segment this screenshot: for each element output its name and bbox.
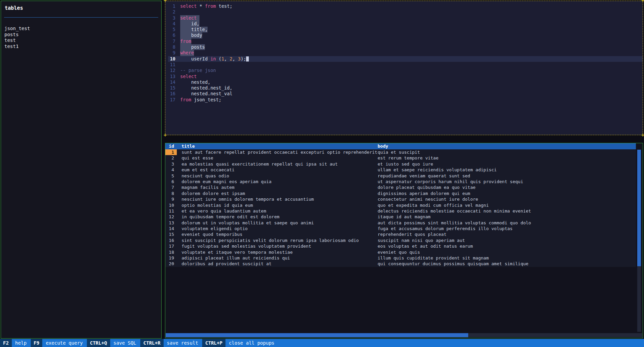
result-row[interactable]: 14voluptatem eligendi optiofuga et accus… — [165, 226, 636, 231]
cell-title: dolorum ut in voluptas mollitia et saepe… — [177, 220, 378, 226]
column-header-id[interactable]: id — [165, 143, 177, 149]
code-token-plain: ); — [241, 56, 246, 61]
statusbar-label[interactable]: save result — [164, 339, 202, 347]
result-row[interactable]: 2qui est esseest rerum tempore vitae — [165, 155, 636, 161]
result-row[interactable]: 16sint suscipit perspiciatis velit dolor… — [165, 238, 636, 243]
cell-id: 11 — [165, 208, 177, 214]
cell-id: 13 — [165, 220, 177, 226]
code-line[interactable]: 13select — [168, 74, 643, 79]
statusbar-label[interactable]: help — [12, 339, 31, 347]
cell-body: eveniet quo quis — [378, 249, 636, 255]
result-row[interactable]: 3ea molestias quasi exercitationem repel… — [165, 161, 636, 167]
cell-body: repudiandae veniam quaerat sunt sed — [378, 173, 636, 179]
code-line[interactable]: 14 nested, — [168, 79, 643, 85]
code-text: select — [180, 15, 199, 21]
line-number: 11 — [168, 62, 175, 68]
cell-id: 4 — [165, 167, 177, 173]
sql-editor-panel[interactable]: + + + + 1select * from test;23select 4 i… — [165, 1, 643, 135]
code-line[interactable]: 8 posts — [168, 44, 643, 50]
statusbar-key[interactable]: CTRL+P — [202, 339, 225, 347]
result-row[interactable]: 12in quibusdam tempore odit est doloremi… — [165, 214, 636, 220]
code-text: userId in (1, 2, 3); — [180, 56, 246, 62]
horizontal-scrollbar-thumb[interactable] — [166, 333, 468, 337]
results-rows: 1sunt aut facere repellat provident occa… — [165, 149, 636, 267]
statusbar-label[interactable]: close all popups — [225, 339, 279, 347]
cell-id: 3 — [165, 161, 177, 167]
cell-title: magnam facilis autem — [177, 184, 378, 190]
result-row[interactable]: 1sunt aut facere repellat provident occa… — [165, 149, 636, 155]
cell-title: in quibusdam tempore odit est dolorem — [177, 214, 378, 220]
code-text: nested.nest_val — [180, 91, 232, 97]
cell-title: sint suscipit perspiciatis velit dolorum… — [177, 238, 378, 243]
code-line[interactable]: 4 id, — [168, 21, 643, 27]
statusbar-key[interactable]: F9 — [31, 339, 43, 347]
code-line[interactable]: 10 userId in (1, 2, 3); — [168, 56, 643, 62]
vertical-scrollbar[interactable] — [637, 150, 641, 332]
editor-code: 1select * from test;23select 4 id,5 titl… — [165, 1, 643, 103]
code-token-plain: userId — [180, 56, 210, 61]
result-row[interactable]: 5nesciunt quas odiorepudiandae veniam qu… — [165, 173, 636, 179]
statusbar-key[interactable]: CTRL+R — [140, 339, 164, 347]
result-row[interactable]: 15eveniet quod temporibusreprehenderit q… — [165, 231, 636, 237]
column-header-title[interactable]: title — [177, 143, 378, 149]
cell-body: consectetur animi nesciunt iure dolore — [378, 196, 636, 202]
cell-body: quia et suscipit — [378, 149, 636, 155]
result-row[interactable]: 13dolorum ut in voluptas mollitia et sae… — [165, 220, 636, 226]
line-number: 14 — [168, 79, 175, 85]
result-row[interactable]: 18voluptate et itaque vero tempora moles… — [165, 249, 636, 255]
result-row[interactable]: 6dolorem eum magni eos aperiam quiaut as… — [165, 179, 636, 184]
code-text: from — [180, 39, 191, 44]
code-text: title, — [180, 27, 208, 32]
result-row[interactable]: 20doloribus ad provident suscipit atqui … — [165, 261, 636, 267]
result-row[interactable]: 19adipisci placeat illum aut reiciendis … — [165, 255, 636, 261]
code-text: select — [180, 74, 197, 79]
focus-border-corner: + — [164, 0, 167, 2]
code-token-kw: from — [180, 97, 191, 102]
result-row[interactable]: 10optio molestias id quia eumquo et expe… — [165, 202, 636, 208]
cell-body: est rerum tempore vitae — [378, 155, 636, 161]
table-list-item[interactable]: posts — [4, 32, 161, 38]
cell-body: eos voluptas et aut odit natus earum — [378, 243, 636, 249]
column-header-body[interactable]: body — [378, 143, 636, 149]
code-line[interactable]: 9where — [168, 50, 643, 56]
code-line[interactable]: 1select * from test; — [168, 3, 643, 9]
statusbar-label[interactable]: save SQL — [110, 339, 140, 347]
results-panel: id title body 1sunt aut facere repellat … — [165, 143, 643, 338]
table-list-item[interactable]: test — [4, 38, 161, 44]
result-row[interactable]: 17fugit voluptas sed molestias voluptate… — [165, 243, 636, 249]
code-line[interactable]: 2 — [168, 9, 643, 15]
table-list-item[interactable]: json_test — [4, 26, 161, 32]
code-line[interactable]: 15 nested.nest_id, — [168, 85, 643, 91]
code-line[interactable]: 11 — [168, 62, 643, 68]
vertical-scrollbar-thumb[interactable] — [637, 150, 641, 266]
code-token-plain: body — [180, 32, 202, 38]
result-row[interactable]: 11et ea vero quia laudantium autemdelect… — [165, 208, 636, 214]
statusbar-key[interactable]: F2 — [0, 339, 12, 347]
cell-body: quo et expedita modi cum officia vel mag… — [378, 202, 636, 208]
code-line[interactable]: 7from — [168, 39, 643, 44]
code-line[interactable]: 5 title, — [168, 27, 643, 32]
cell-title: dolorem eum magni eos aperiam quia — [177, 179, 378, 184]
statusbar-label[interactable]: execute query — [42, 339, 87, 347]
line-number: 5 — [168, 27, 175, 32]
horizontal-scrollbar[interactable] — [166, 333, 642, 337]
cell-title: nesciunt quas odio — [177, 173, 378, 179]
code-line[interactable]: 16 nested.nest_val — [168, 91, 643, 97]
result-row[interactable]: 7magnam facilis autemdolore placeat quib… — [165, 184, 636, 190]
cell-body: qui consequuntur ducimus possimus quisqu… — [378, 261, 636, 267]
table-list-item[interactable]: test1 — [4, 44, 161, 50]
statusbar-key[interactable]: CTRL+Q — [87, 339, 110, 347]
cell-body: itaque id aut magnam — [378, 214, 636, 220]
code-line[interactable]: 3select — [168, 15, 643, 21]
code-line[interactable]: 17from json_test; — [168, 97, 643, 103]
cell-title: optio molestias id quia eum — [177, 202, 378, 208]
result-row[interactable]: 4eum et est occaecatiullam et saepe reic… — [165, 167, 636, 173]
cell-title: dolorem dolore est ipsam — [177, 191, 378, 196]
code-line[interactable]: 6 body — [168, 32, 643, 38]
cell-id: 12 — [165, 214, 177, 220]
result-row[interactable]: 9nesciunt iure omnis dolorem tempora et … — [165, 196, 636, 202]
code-token-plain — [197, 15, 199, 21]
code-line[interactable]: 12-- parse json — [168, 68, 643, 73]
result-row[interactable]: 8dolorem dolore est ipsamdignissimos ape… — [165, 191, 636, 196]
cell-title: eveniet quod temporibus — [177, 231, 378, 237]
